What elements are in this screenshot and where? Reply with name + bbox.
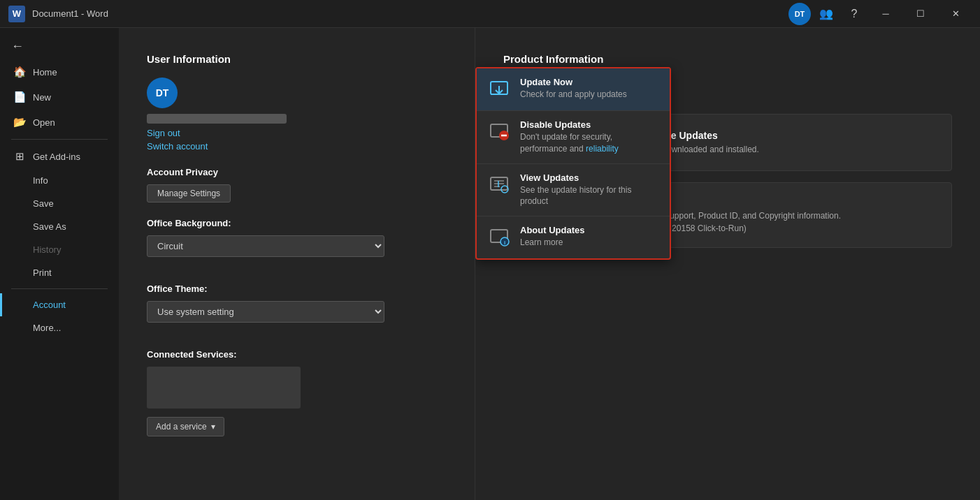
sidebar: ← 🏠 Home 📄 New 📂 Open ⊞ Get Add-ins Info…	[0, 28, 119, 500]
sidebar-item-label: Print	[33, 267, 52, 278]
update-now-title: Update Now	[520, 77, 660, 87]
sign-out-link[interactable]: Sign out	[147, 128, 447, 138]
privacy-title: Account Privacy	[147, 167, 447, 177]
connected-services-title: Connected Services:	[147, 349, 447, 360]
update-now-text: Update Now Check for and apply updates	[520, 77, 660, 101]
sidebar-item-account[interactable]: Account	[0, 293, 119, 316]
background-label: Office Background:	[147, 218, 447, 228]
user-avatar: DT	[147, 78, 178, 108]
sidebar-item-save-as[interactable]: Save As	[0, 215, 119, 238]
sidebar-item-label: Get Add-ins	[33, 152, 80, 162]
minimize-button[interactable]: ─	[870, 3, 902, 25]
about-updates-text: About Updates Learn more	[520, 225, 660, 249]
background-dropdown[interactable]: Circuit No Background Calligraphy Circle…	[147, 235, 384, 257]
sidebar-item-label: History	[33, 244, 61, 255]
about-updates-icon: i	[487, 225, 512, 250]
sidebar-item-label: New	[33, 92, 51, 103]
dropdown-item-update-now[interactable]: Update Now Check for and apply updates	[477, 68, 670, 111]
titlebar-right: DT 👥 ? ─ ☐ ✕	[788, 3, 972, 25]
about-updates-desc: Learn more	[520, 237, 660, 249]
sidebar-item-label: Account	[33, 300, 66, 310]
reliability-link: reliability	[586, 144, 619, 154]
sidebar-divider-2	[11, 288, 108, 289]
right-panel: Product Information Update Now	[475, 28, 980, 500]
titlebar-title: Document1 - Word	[32, 8, 108, 19]
add-service-button[interactable]: Add a service ▾	[147, 417, 224, 436]
sidebar-item-label: Save	[33, 198, 54, 209]
user-info-title: User Information	[147, 53, 447, 65]
product-info-title: Product Information	[503, 53, 952, 65]
sidebar-divider-1	[11, 139, 108, 140]
theme-label: Office Theme:	[147, 284, 447, 294]
about-updates-title: About Updates	[520, 225, 660, 235]
add-service-label: Add a service	[156, 422, 207, 432]
help-button[interactable]: ?	[842, 3, 867, 25]
titlebar: W Document1 - Word DT 👥 ? ─ ☐ ✕	[0, 0, 980, 28]
sidebar-item-label: Open	[33, 117, 55, 128]
app-body: ← 🏠 Home 📄 New 📂 Open ⊞ Get Add-ins Info…	[0, 28, 980, 500]
view-updates-icon	[487, 172, 512, 198]
update-options-dropdown: Update Now Check for and apply updates	[475, 67, 671, 260]
sidebar-item-label: Home	[33, 67, 57, 78]
sidebar-item-label: Info	[33, 175, 48, 186]
svg-text:i: i	[504, 240, 505, 246]
update-now-desc: Check for and apply updates	[520, 89, 660, 101]
sidebar-item-label: More...	[33, 323, 61, 333]
titlebar-left: W Document1 - Word	[8, 6, 108, 22]
switch-account-link[interactable]: Switch account	[147, 141, 447, 152]
back-button[interactable]: ←	[0, 34, 119, 59]
open-icon: 📂	[13, 116, 26, 128]
sidebar-item-history: History	[0, 238, 119, 261]
disable-updates-title: Disable Updates	[520, 119, 660, 130]
add-ins-icon: ⊞	[13, 150, 26, 163]
disable-updates-icon	[487, 119, 512, 145]
connected-services-blurred	[147, 367, 301, 409]
sidebar-item-save[interactable]: Save	[0, 192, 119, 215]
content-area: User Information DT Sign out Switch acco…	[119, 28, 980, 500]
maximize-button[interactable]: ☐	[905, 3, 937, 25]
new-icon: 📄	[13, 91, 26, 103]
dropdown-item-about-updates[interactable]: i About Updates Learn more	[477, 216, 670, 258]
theme-dropdown[interactable]: Use system setting Colorful Dark Gray Bl…	[147, 301, 384, 323]
word-app-icon: W	[8, 6, 25, 22]
sidebar-item-get-add-ins[interactable]: ⊞ Get Add-ins	[0, 144, 119, 169]
sidebar-item-info[interactable]: Info	[0, 169, 119, 192]
user-name-blurred	[147, 114, 287, 124]
user-avatar-titlebar[interactable]: DT	[788, 3, 811, 25]
update-now-icon	[487, 77, 512, 102]
disable-updates-text: Disable Updates Don't update for securit…	[520, 119, 660, 155]
view-updates-desc: See the update history for this product	[520, 184, 660, 208]
sidebar-item-label: Save As	[33, 221, 66, 232]
sidebar-item-open[interactable]: 📂 Open	[0, 110, 119, 135]
left-panel: User Information DT Sign out Switch acco…	[119, 28, 475, 500]
dropdown-item-disable-updates[interactable]: Disable Updates Don't update for securit…	[477, 111, 670, 164]
add-service-arrow-icon: ▾	[211, 422, 215, 432]
close-button[interactable]: ✕	[939, 3, 972, 25]
sidebar-item-more[interactable]: More...	[0, 316, 119, 339]
dropdown-item-view-updates[interactable]: View Updates See the update history for …	[477, 164, 670, 217]
view-updates-text: View Updates See the update history for …	[520, 172, 660, 208]
share-button[interactable]: 👥	[814, 3, 839, 25]
view-updates-title: View Updates	[520, 172, 660, 183]
sidebar-item-home[interactable]: 🏠 Home	[0, 59, 119, 84]
manage-settings-button[interactable]: Manage Settings	[147, 184, 231, 203]
home-icon: 🏠	[13, 66, 26, 78]
back-icon: ←	[11, 39, 24, 54]
disable-updates-desc: Don't update for security, performance a…	[520, 131, 660, 155]
sidebar-item-print[interactable]: Print	[0, 261, 119, 284]
sidebar-item-new[interactable]: 📄 New	[0, 84, 119, 110]
